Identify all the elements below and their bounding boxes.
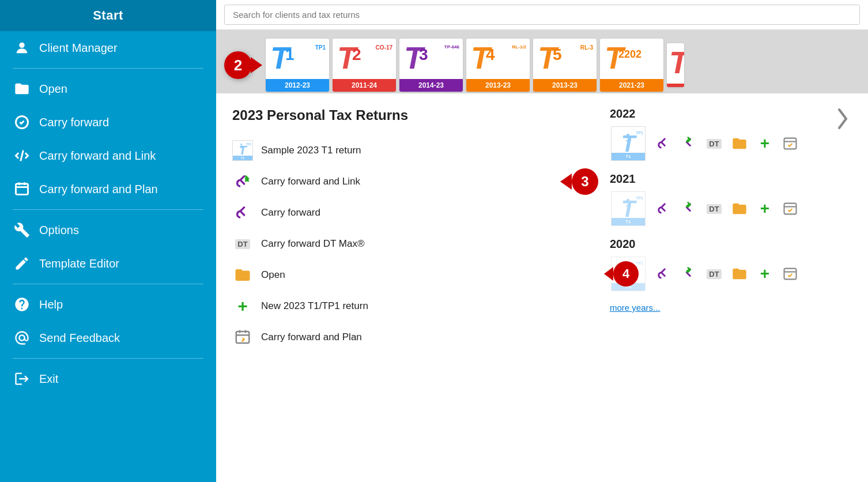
- cf-icon: [13, 113, 31, 131]
- start-button[interactable]: Start: [0, 0, 216, 31]
- main-content: 2 T 1 TP1 2012-23 T 2 CO-17 2011-24 T: [216, 0, 868, 482]
- action-cfl-label: Carry forward and Link: [261, 176, 360, 187]
- year-2022-actions: DT +: [652, 133, 801, 155]
- search-bar: [216, 0, 868, 30]
- year-2020-dt-btn[interactable]: DT: [703, 263, 725, 285]
- content-area: 2023 Personal Tax Returns T 1 TP1 T1 Sam…: [216, 93, 868, 482]
- open-icon: [13, 80, 31, 98]
- sidebar-item-exit[interactable]: Exit: [0, 362, 216, 396]
- sidebar-item-template-editor[interactable]: Template Editor: [0, 247, 216, 280]
- year-section-2020: 2020 4 T: [610, 238, 833, 292]
- action-sample-t1[interactable]: T 1 TP1 T1 Sample 2023 T1 return: [232, 135, 587, 166]
- action-carry-forward-plan[interactable]: Carry forward and Plan: [232, 322, 587, 353]
- sidebar-item-carry-forward-link[interactable]: Carry forward and Link: [0, 139, 216, 172]
- help-icon: [13, 295, 31, 314]
- year-2022-plan-btn[interactable]: [779, 133, 801, 155]
- action-carry-forward[interactable]: Carry forward: [232, 197, 587, 228]
- tax-card-t2[interactable]: T 2 CO-17 2011-24: [333, 39, 396, 92]
- year-2022-t1-icon: T 1 TP1 T1: [610, 125, 647, 162]
- action-carry-forward-link[interactable]: Carry forward and Link 3: [232, 166, 587, 197]
- at-icon: [13, 329, 31, 347]
- tax-card-t2202-year: 2021-23: [600, 79, 663, 92]
- year-section-2022: 2022 T 1 TP1 T1: [610, 107, 833, 162]
- help-label: Help: [39, 298, 63, 311]
- tax-card-t5[interactable]: T 5 RL-3 2013-23: [533, 39, 597, 92]
- svg-rect-9: [784, 138, 797, 149]
- sidebar-item-options[interactable]: Options: [0, 213, 216, 247]
- svg-rect-1: [16, 184, 28, 195]
- cfl-action-icon: [232, 171, 253, 192]
- action-new-label: New 2023 T1/TP1 return: [261, 300, 368, 312]
- year-2020-plan-btn[interactable]: [779, 263, 801, 285]
- year-2022-row: T 1 TP1 T1: [610, 125, 833, 162]
- action-dt-label: Carry forward DT Max®: [261, 238, 364, 250]
- year-2020-label: 2020: [610, 238, 833, 251]
- exit-icon: [13, 370, 31, 388]
- year-2021-cf-btn[interactable]: [652, 198, 674, 220]
- sidebar-item-open[interactable]: Open: [0, 72, 216, 106]
- sidebar-item-carry-forward[interactable]: Carry forward: [0, 106, 216, 139]
- annotation-3: 3: [572, 168, 598, 195]
- template-editor-label: Template Editor: [39, 257, 119, 270]
- year-section-2021: 2021 T 1 TP1 T1: [610, 172, 833, 227]
- action-open[interactable]: Open: [232, 259, 587, 291]
- tax-card-t1[interactable]: T 1 TP1 2012-23: [266, 39, 329, 92]
- year-2021-cfl-btn[interactable]: [678, 198, 700, 220]
- plan-action-icon: [232, 327, 253, 348]
- carry-forward-link-label: Carry forward and Link: [39, 149, 156, 163]
- sidebar-item-client-manager[interactable]: Client Manager: [0, 31, 216, 65]
- annotation-2: 2: [224, 51, 252, 79]
- year-2022-label: 2022: [610, 107, 833, 120]
- tax-ribbon: 2 T 1 TP1 2012-23 T 2 CO-17 2011-24 T: [216, 30, 868, 93]
- tax-card-t3[interactable]: T 3 TP-646 2014-23: [399, 39, 463, 92]
- tax-card-t2202[interactable]: T 2202 2021-23: [600, 39, 663, 92]
- year-2022-new-btn[interactable]: +: [754, 133, 776, 155]
- action-open-label: Open: [261, 269, 285, 281]
- right-section-inner: 2022 T 1 TP1 T1: [610, 107, 852, 313]
- client-manager-label: Client Manager: [39, 42, 118, 55]
- year-2020-t1-icon: 4 T 1 TP1 T1: [610, 255, 647, 292]
- options-label: Options: [39, 224, 79, 237]
- annotation-4: 4: [613, 261, 639, 287]
- year-2021-new-btn[interactable]: +: [754, 198, 776, 220]
- year-2020-open-btn[interactable]: [729, 263, 750, 285]
- action-new-return[interactable]: + New 2023 T1/TP1 return: [232, 291, 587, 322]
- year-2021-t1-icon: T 1 TP1 T1: [610, 190, 647, 227]
- svg-rect-11: [784, 204, 797, 214]
- tax-card-partial[interactable]: T: [667, 43, 684, 87]
- year-2021-dt-btn[interactable]: DT: [703, 198, 725, 220]
- year-2021-plan-btn[interactable]: [779, 198, 801, 220]
- exit-label: Exit: [39, 372, 58, 386]
- new-action-icon: +: [232, 296, 253, 317]
- left-section: 2023 Personal Tax Returns T 1 TP1 T1 Sam…: [232, 107, 587, 468]
- person-icon: [13, 39, 31, 57]
- action-cf-label: Carry forward: [261, 207, 320, 219]
- cf-action-icon: [232, 202, 253, 223]
- cfl-icon: [13, 146, 31, 165]
- sidebar-item-carry-forward-plan[interactable]: Carry forward and Plan: [0, 172, 216, 206]
- year-2022-dt-btn[interactable]: DT: [703, 133, 725, 155]
- sidebar: Start Client Manager Open Carry forward: [0, 0, 216, 482]
- year-2021-open-btn[interactable]: [729, 198, 750, 220]
- sidebar-item-send-feedback[interactable]: Send Feedback: [0, 321, 216, 355]
- year-2022-cf-btn[interactable]: [652, 133, 674, 155]
- more-years-link[interactable]: more years...: [610, 303, 833, 313]
- tax-card-t4[interactable]: T 4 RL-1/2 2013-23: [466, 39, 530, 92]
- right-scroll-arrow[interactable]: [833, 107, 852, 130]
- year-2022-cfl-btn[interactable]: [678, 133, 700, 155]
- year-2022-open-btn[interactable]: [729, 133, 750, 155]
- section-title: 2023 Personal Tax Returns: [232, 107, 587, 123]
- carry-forward-label: Carry forward: [39, 116, 109, 129]
- right-section: 2022 T 1 TP1 T1: [610, 107, 852, 468]
- year-2020-cfl-btn[interactable]: [678, 263, 700, 285]
- search-input[interactable]: [224, 5, 860, 25]
- sidebar-item-help[interactable]: Help: [0, 288, 216, 321]
- divider-2: [13, 209, 203, 210]
- year-2020-new-btn[interactable]: +: [754, 263, 776, 285]
- tax-card-t4-year: 2013-23: [466, 79, 530, 92]
- year-2020-cf-btn[interactable]: [652, 263, 674, 285]
- years-column: 2022 T 1 TP1 T1: [610, 107, 833, 313]
- tax-card-t1-year: 2012-23: [266, 79, 329, 92]
- action-carry-forward-dt[interactable]: DT Carry forward DT Max®: [232, 228, 587, 259]
- pencil-icon: [13, 254, 31, 273]
